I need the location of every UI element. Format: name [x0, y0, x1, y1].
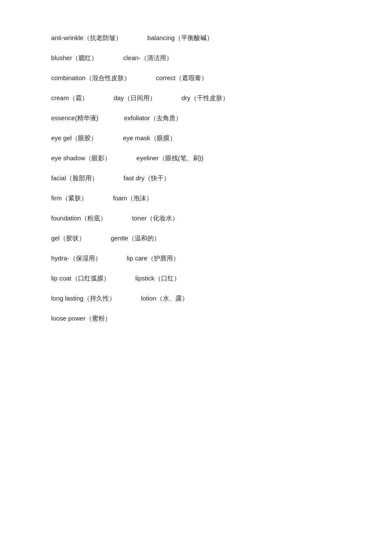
term-row: essence(精华液)exfoliator（去角质） [51, 114, 341, 122]
term-item: exfoliator（去角质） [124, 114, 182, 122]
term-item: facial（脸部用） [51, 174, 98, 182]
term-item: eye shadow（眼影） [51, 154, 111, 162]
term-english: gel [51, 234, 60, 242]
term-item: hydra-（保湿用） [51, 254, 101, 263]
term-row: cream（霜）day（日间用）dry（干性皮肤） [51, 94, 341, 102]
term-chinese: （温和的） [128, 234, 160, 242]
term-english: gentle [111, 234, 128, 242]
term-chinese: （腮红） [72, 54, 98, 61]
term-english: hydra- [51, 254, 69, 262]
term-english: essence [51, 114, 75, 121]
term-item: anti-wrinkle（抗老防皱） [51, 34, 122, 42]
term-chinese: （护唇用） [147, 254, 179, 262]
term-english: dry [182, 94, 190, 101]
term-english: combination [51, 74, 86, 81]
term-english: lip coat [51, 275, 72, 282]
term-item: eye gel（眼胶） [51, 134, 97, 142]
term-english: eye shadow [51, 154, 85, 162]
term-item: foundation（粉底） [51, 214, 107, 223]
term-item: long lasting（持久性） [51, 295, 115, 303]
term-chinese: （眼胶） [72, 134, 97, 142]
term-chinese: （快干） [144, 174, 170, 182]
term-item: correct（遮瑕膏） [156, 74, 208, 82]
term-item: eyeliner（眼线(笔、刷)) [136, 154, 204, 162]
term-english: foam [113, 194, 127, 202]
term-item: toner（化妆水） [132, 214, 179, 223]
term-english: eye gel [51, 134, 72, 142]
term-item: clean-（清洁用） [123, 54, 173, 62]
term-item: lipstick（口红） [135, 275, 180, 283]
term-item: day（日间用） [114, 94, 156, 102]
term-english: anti-wrinkle [51, 34, 84, 41]
term-english: firm [51, 194, 62, 202]
term-chinese: （持久性） [84, 295, 115, 302]
term-chinese: （干性皮肤） [190, 94, 229, 101]
term-item: balancing（平衡酸碱） [147, 34, 213, 42]
term-row: eye gel（眼胶）eye mask（眼膜） [51, 134, 341, 142]
term-item: gentle（温和的） [111, 234, 160, 243]
term-row: anti-wrinkle（抗老防皱）balancing（平衡酸碱） [51, 34, 341, 42]
term-item: fast dry（快干） [124, 174, 170, 182]
term-row: loose power（蜜粉） [51, 315, 341, 323]
term-row: foundation（粉底）toner（化妆水） [51, 214, 341, 223]
term-chinese: （清洁用） [141, 54, 173, 61]
term-item: cream（霜） [51, 94, 88, 102]
term-chinese: （遮瑕膏） [176, 74, 208, 81]
term-row: firm（紧肤）foam（泡沫） [51, 194, 341, 202]
term-item: gel（胶状） [51, 234, 85, 243]
term-chinese: （去角质） [150, 114, 182, 121]
term-english: correct [156, 74, 176, 81]
term-chinese: （口红） [155, 275, 180, 282]
term-english: eye mask [123, 134, 150, 142]
term-english: long lasting [51, 295, 84, 302]
term-english: exfoliator [124, 114, 150, 121]
term-row: blusher（腮红）clean-（清洁用） [51, 54, 341, 62]
term-english: lotion [141, 295, 156, 302]
term-chinese: （泡沫） [127, 194, 153, 202]
term-item: foam（泡沫） [113, 194, 153, 202]
term-row: eye shadow（眼影）eyeliner（眼线(笔、刷)) [51, 154, 341, 162]
term-row: lip coat（口红弧膜）lipstick（口红） [51, 275, 341, 283]
term-english: toner [132, 214, 147, 222]
term-chinese: （平衡酸碱） [175, 34, 213, 41]
term-english: lipstick [135, 275, 155, 282]
term-chinese: （眼膜） [150, 134, 176, 142]
term-chinese: （保湿用） [69, 254, 101, 262]
term-row: facial（脸部用）fast dry（快干） [51, 174, 341, 182]
term-english: blusher [51, 54, 72, 61]
term-english: clean- [123, 54, 141, 61]
term-item: lotion（水、露） [141, 295, 188, 303]
term-chinese: （口红弧膜） [72, 275, 110, 282]
term-chinese: （混合性皮肤） [86, 74, 130, 81]
term-chinese: （脸部用） [66, 174, 98, 182]
main-content: anti-wrinkle（抗老防皱）balancing（平衡酸碱）blusher… [0, 0, 392, 369]
term-chinese: （水、露） [156, 295, 188, 302]
term-row: combination（混合性皮肤）correct（遮瑕膏） [51, 74, 341, 82]
term-english: loose power [51, 315, 86, 322]
term-row: hydra-（保湿用）lip care（护唇用） [51, 254, 341, 263]
term-english: balancing [147, 34, 175, 41]
term-item: loose power（蜜粉） [51, 315, 111, 323]
term-english: cream [51, 94, 69, 101]
term-english: eyeliner [136, 154, 159, 162]
term-chinese: （紧肤） [62, 194, 87, 202]
term-chinese: （化妆水） [147, 214, 179, 222]
term-english: fast dry [124, 174, 144, 182]
term-english: day [114, 94, 124, 101]
term-chinese: （蜜粉） [86, 315, 111, 322]
term-item: combination（混合性皮肤） [51, 74, 130, 82]
term-chinese: （粉底） [81, 214, 107, 222]
term-chinese: (精华液) [75, 114, 98, 121]
term-row: gel（胶状）gentle（温和的） [51, 234, 341, 243]
term-chinese: （抗老防皱） [84, 34, 122, 41]
term-item: lip care（护唇用） [127, 254, 179, 263]
term-english: lip care [127, 254, 147, 262]
term-english: foundation [51, 214, 81, 222]
term-chinese: （眼线(笔、刷)) [159, 154, 204, 162]
term-item: essence(精华液) [51, 114, 98, 122]
term-item: blusher（腮红） [51, 54, 98, 62]
term-chinese: （日间用） [124, 94, 156, 101]
term-item: dry（干性皮肤） [182, 94, 229, 102]
term-item: lip coat（口红弧膜） [51, 275, 110, 283]
term-chinese: （霜） [69, 94, 88, 101]
